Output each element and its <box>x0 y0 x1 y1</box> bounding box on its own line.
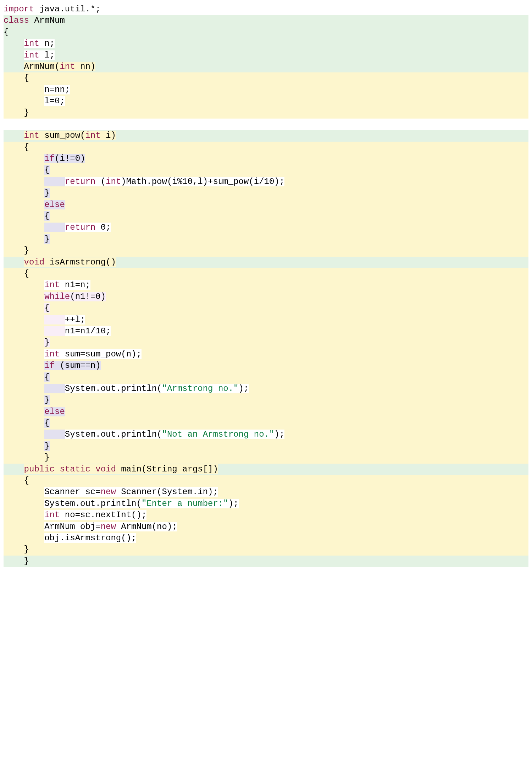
code-token: nn) <box>75 62 96 71</box>
code-line: return 0; <box>4 222 528 233</box>
code-token: n=nn; <box>44 85 70 94</box>
code-token: { <box>4 27 9 37</box>
code-token <box>4 395 44 405</box>
code-token: int <box>44 349 60 359</box>
code-token <box>44 223 65 232</box>
code-token <box>4 510 44 520</box>
code-line: Scanner sc=new Scanner(System.in); <box>4 486 528 498</box>
code-token <box>4 499 44 508</box>
code-block: import java.util.*;class ArmNum{ int n; … <box>4 4 528 567</box>
code-line: obj.isArmstrong(); <box>4 532 528 544</box>
code-token: "Armstrong no." <box>162 384 238 393</box>
code-line: { <box>4 164 528 176</box>
code-token <box>44 384 65 393</box>
code-token: else <box>44 200 65 209</box>
code-token: isArmstrong() <box>44 257 116 267</box>
code-token: )Math.pow(i%10,l)+sum_pow(i/10); <box>121 177 284 186</box>
code-token: 0; <box>95 223 111 232</box>
code-line <box>4 119 528 130</box>
code-token: void <box>24 257 45 267</box>
code-token <box>4 384 44 393</box>
code-token: l; <box>39 50 55 60</box>
code-line: ArmNum obj=new ArmNum(no); <box>4 521 528 532</box>
code-line: else <box>4 199 528 211</box>
code-token: ArmNum(no); <box>116 522 177 531</box>
code-token: new <box>101 487 116 497</box>
code-token <box>4 200 44 209</box>
code-token <box>4 430 44 439</box>
code-token <box>4 464 24 474</box>
code-token <box>4 50 24 60</box>
code-token: int <box>85 131 100 140</box>
code-token: new <box>101 522 116 531</box>
code-token: java.util.*; <box>34 4 100 14</box>
code-token <box>44 326 65 336</box>
code-token: void <box>95 464 116 474</box>
code-token: { <box>4 73 29 83</box>
code-token: int <box>106 177 121 186</box>
code-token <box>4 257 24 267</box>
code-line: } <box>4 544 528 555</box>
code-line: } <box>4 245 528 256</box>
code-token: } <box>4 246 29 255</box>
code-line: System.out.println("Enter a number:"); <box>4 498 528 509</box>
code-line: System.out.println("Armstrong no."); <box>4 383 528 394</box>
code-token: ArmNum obj= <box>44 522 100 531</box>
code-token: else <box>44 407 65 416</box>
code-line: int no=sc.nextInt(); <box>4 509 528 521</box>
code-token: } <box>44 188 49 198</box>
code-token: } <box>4 556 29 566</box>
code-token: ++l; <box>65 315 85 324</box>
code-token <box>4 349 44 359</box>
code-token: return <box>65 223 95 232</box>
code-token: System.out.println( <box>44 499 142 508</box>
code-token <box>4 177 44 186</box>
code-line: { <box>4 72 528 84</box>
code-line: { <box>4 268 528 279</box>
code-token: { <box>4 142 29 152</box>
code-token: } <box>44 338 49 347</box>
code-token: if <box>44 154 55 163</box>
code-line: } <box>4 187 528 199</box>
code-token <box>4 223 44 232</box>
code-token: { <box>4 269 29 278</box>
code-token: sum=sum_pow(n); <box>60 349 141 359</box>
code-token: n; <box>39 39 55 48</box>
code-line: ArmNum(int nn) <box>4 61 528 72</box>
code-token <box>4 372 44 382</box>
code-token: sum_pow( <box>39 131 85 140</box>
code-token: ArmNum( <box>24 62 60 71</box>
code-token: int <box>44 280 60 290</box>
code-line: l=0; <box>4 95 528 107</box>
code-line: { <box>4 211 528 222</box>
code-token <box>4 211 44 221</box>
code-line: int sum_pow(int i) <box>4 130 528 141</box>
code-line: n1=n1/10; <box>4 326 528 337</box>
code-token: n1=n1/10; <box>65 326 111 336</box>
code-token: while <box>44 292 70 301</box>
code-line: import java.util.*; <box>4 4 528 15</box>
code-token <box>4 119 9 129</box>
code-token: System.out.println( <box>65 384 162 393</box>
code-token: (n1!=0) <box>70 292 106 301</box>
code-token: "Not an Armstrong no." <box>162 430 274 439</box>
code-token <box>4 62 24 71</box>
code-token <box>44 177 65 186</box>
code-token: public <box>24 464 55 474</box>
code-token: i) <box>101 131 116 140</box>
code-token: ); <box>228 499 239 508</box>
code-token <box>4 188 44 198</box>
code-token: ); <box>239 384 249 393</box>
code-token <box>4 315 44 324</box>
code-line: int sum=sum_pow(n); <box>4 349 528 360</box>
code-token <box>4 326 44 336</box>
code-token <box>44 315 65 324</box>
code-token <box>4 407 44 416</box>
code-token <box>4 361 44 370</box>
code-line: { <box>4 142 528 153</box>
code-line: } <box>4 337 528 348</box>
code-line: int l; <box>4 50 528 61</box>
code-token: int <box>24 50 39 60</box>
code-token: int <box>44 510 60 520</box>
code-line: public static void main(String args[]) <box>4 464 528 475</box>
